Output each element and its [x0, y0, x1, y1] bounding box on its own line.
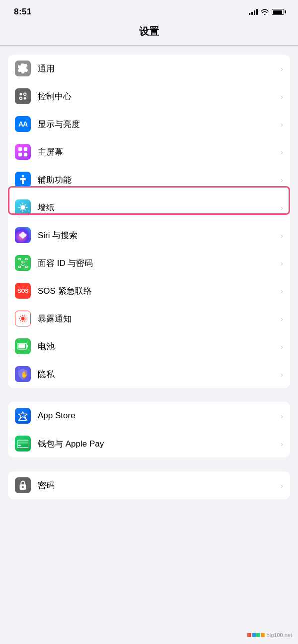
status-time: 8:51 [14, 7, 32, 17]
exposure-label: 暴露通知 [38, 313, 281, 324]
settings-item-faceid[interactable]: 面容 ID 与密码 › [8, 249, 290, 277]
svg-point-8 [22, 175, 24, 177]
svg-rect-24 [27, 345, 28, 347]
settings-item-control[interactable]: 控制中心 › [8, 82, 290, 110]
svg-rect-23 [18, 344, 25, 348]
display-label: 显示与亮度 [38, 119, 281, 130]
faceid-label: 面容 ID 与密码 [38, 258, 281, 269]
battery-settings-icon [15, 338, 31, 354]
settings-item-battery[interactable]: 电池 › [8, 332, 290, 360]
chevron-icon: › [281, 370, 283, 379]
chevron-icon: › [281, 203, 283, 212]
wm-blue [252, 633, 256, 637]
password-label: 密码 [38, 480, 281, 491]
svg-point-11 [19, 233, 27, 237]
settings-item-siri[interactable]: Siri 与搜索 › [8, 221, 290, 249]
tongyong-label: 通用 [38, 63, 281, 74]
page-title: 设置 [0, 21, 298, 45]
svg-rect-15 [25, 266, 28, 267]
svg-rect-5 [24, 147, 27, 151]
accessibility-icon [15, 172, 31, 188]
svg-rect-27 [17, 442, 28, 444]
settings-item-accessibility[interactable]: 辅助功能 › [8, 166, 290, 193]
wm-red [247, 633, 251, 637]
settings-section-store: App Store › 钱包与 Apple Pay › [8, 402, 290, 457]
svg-rect-7 [24, 153, 27, 156]
wm-green [256, 633, 260, 637]
watermark: big100.net [247, 632, 292, 638]
chevron-icon: › [281, 440, 283, 448]
sos-icon: SOS [15, 283, 31, 299]
homescreen-icon [15, 144, 31, 160]
chevron-icon: › [281, 231, 283, 240]
display-icon: AA [15, 116, 31, 132]
battery-label: 电池 [38, 341, 281, 352]
chevron-icon: › [281, 120, 283, 129]
settings-item-exposure[interactable]: 暴露通知 › [8, 305, 290, 332]
sos-label: SOS 紧急联络 [38, 285, 281, 297]
svg-point-3 [24, 97, 26, 100]
appstore-icon [15, 408, 31, 424]
control-label: 控制中心 [38, 91, 281, 102]
siri-icon [15, 227, 31, 243]
wm-orange [261, 633, 265, 637]
signal-icon [249, 9, 258, 15]
svg-point-30 [22, 486, 24, 488]
svg-rect-26 [17, 440, 28, 448]
wallpaper-label: 墙纸 [38, 202, 281, 213]
wallet-icon [15, 436, 31, 451]
status-icons [249, 9, 284, 15]
privacy-icon: ✋ [15, 366, 31, 382]
settings-item-passwords[interactable]: 密码 › [8, 471, 290, 499]
homescreen-label: 主屏幕 [38, 146, 281, 158]
settings-section-general: 通用 › 控制中心 › AA 显示与亮度 › [8, 55, 290, 388]
status-bar: 8:51 [0, 0, 298, 21]
top-divider [0, 45, 298, 46]
battery-icon [272, 9, 284, 15]
exposure-icon [15, 311, 31, 326]
chevron-icon: › [281, 92, 283, 101]
svg-rect-28 [18, 445, 21, 447]
svg-rect-13 [25, 258, 28, 260]
svg-rect-6 [18, 153, 22, 156]
password-icon [15, 477, 31, 493]
chevron-icon: › [281, 315, 283, 323]
gear-icon [15, 61, 31, 76]
chevron-icon: › [281, 259, 283, 267]
settings-item-appstore[interactable]: App Store › [8, 402, 290, 430]
faceid-icon [15, 255, 31, 271]
control-center-icon [15, 88, 31, 104]
svg-point-1 [24, 93, 26, 95]
wallpaper-icon [15, 199, 31, 215]
settings-item-wallet[interactable]: 钱包与 Apple Pay › [8, 430, 290, 457]
svg-rect-14 [18, 266, 21, 267]
settings-item-tongyong[interactable]: 通用 › [8, 55, 290, 82]
svg-rect-4 [18, 147, 22, 151]
svg-point-19 [21, 317, 24, 320]
settings-section-password: 密码 › [8, 471, 290, 499]
settings-item-wallpaper[interactable]: 墙纸 › [8, 193, 290, 221]
settings-item-homescreen[interactable]: 主屏幕 › [8, 138, 290, 166]
watermark-logo [247, 633, 265, 637]
chevron-icon: › [281, 64, 283, 73]
chevron-icon: › [281, 176, 283, 184]
wifi-icon [261, 9, 269, 15]
svg-rect-12 [18, 258, 21, 260]
watermark-text: big100.net [267, 632, 292, 638]
svg-point-17 [24, 261, 25, 262]
chevron-icon: › [281, 148, 283, 156]
svg-point-16 [21, 261, 22, 262]
settings-item-sos[interactable]: SOS SOS 紧急联络 › [8, 277, 290, 305]
settings-item-display[interactable]: AA 显示与亮度 › [8, 110, 290, 138]
accessibility-label: 辅助功能 [38, 174, 281, 186]
siri-label: Siri 与搜索 [38, 230, 281, 241]
settings-item-privacy[interactable]: ✋ 隐私 › [8, 360, 290, 388]
chevron-icon: › [281, 342, 283, 351]
wallet-label: 钱包与 Apple Pay [38, 438, 281, 450]
chevron-icon: › [281, 287, 283, 295]
svg-point-9 [20, 205, 25, 209]
svg-point-0 [19, 93, 22, 95]
chevron-icon: › [281, 412, 283, 420]
svg-text:✋: ✋ [20, 371, 28, 379]
privacy-label: 隐私 [38, 369, 281, 380]
